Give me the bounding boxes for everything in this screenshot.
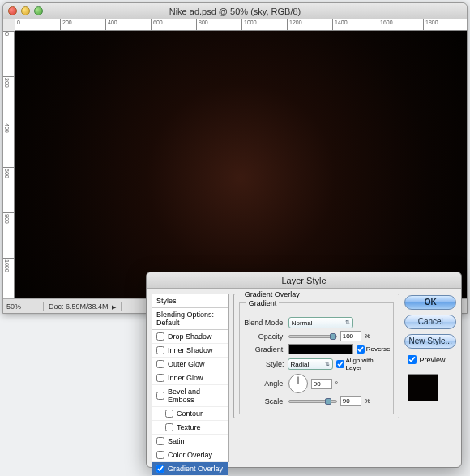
- close-icon[interactable]: [8, 6, 17, 15]
- titlebar[interactable]: Nike ad.psd @ 50% (sky, RGB/8): [3, 3, 467, 19]
- dialog-body: Styles Blending Options: Default Drop Sh…: [147, 289, 461, 467]
- label-scale: Scale:: [243, 397, 285, 405]
- dialog-buttons: OK Cancel New Style... Preview: [404, 294, 456, 462]
- ruler-vertical[interactable]: 02004006008001000: [3, 31, 15, 298]
- new-style-button[interactable]: New Style...: [404, 334, 456, 349]
- ruler-tick: 200: [60, 19, 61, 30]
- row-angle: Angle: °: [243, 374, 391, 393]
- style-gradient-overlay[interactable]: Gradient Overlay: [152, 462, 228, 476]
- doc-info[interactable]: Doc: 6.59M/38.4M ▶: [44, 302, 122, 311]
- gradient-overlay-group: Gradient Overlay Gradient Blend Mode: No…: [233, 294, 400, 418]
- checkbox-label: Align with Layer: [346, 357, 391, 371]
- dialog-title[interactable]: Layer Style: [147, 272, 461, 289]
- ruler-tick: 400: [105, 19, 106, 30]
- ruler-horizontal[interactable]: 020040060080010001200140016001800: [15, 19, 467, 31]
- checkbox[interactable]: [336, 360, 344, 368]
- ruler-tick: 1000: [3, 258, 14, 259]
- chevron-right-icon: ▶: [112, 304, 116, 310]
- checkbox[interactable]: [156, 451, 164, 459]
- opacity-input[interactable]: [340, 331, 361, 341]
- align-checkbox[interactable]: Align with Layer: [336, 357, 391, 371]
- checkbox[interactable]: [156, 332, 164, 341]
- window-title: Nike ad.psd @ 50% (sky, RGB/8): [3, 6, 467, 16]
- cancel-button[interactable]: Cancel: [404, 315, 456, 329]
- chevron-down-icon: ⇅: [345, 319, 350, 326]
- select-value: Normal: [292, 319, 313, 327]
- style-satin[interactable]: Satin: [152, 435, 228, 448]
- style-label: Drop Shadow: [168, 332, 212, 341]
- ok-button[interactable]: OK: [404, 295, 456, 310]
- ruler-tick: 800: [196, 19, 197, 30]
- slider-thumb[interactable]: [330, 333, 336, 340]
- checkbox[interactable]: [156, 360, 164, 368]
- canvas-area[interactable]: [15, 31, 467, 298]
- style-inner-glow[interactable]: Inner Glow: [152, 371, 228, 385]
- style-select[interactable]: Radial ⇅: [288, 358, 333, 370]
- style-texture[interactable]: Texture: [152, 421, 228, 435]
- opacity-slider[interactable]: [288, 335, 337, 338]
- preview-swatch: [408, 374, 438, 401]
- slider-thumb[interactable]: [325, 398, 331, 405]
- checkbox[interactable]: [408, 355, 417, 364]
- checkbox[interactable]: [357, 345, 365, 354]
- scale-slider[interactable]: [288, 400, 337, 403]
- checkbox[interactable]: [156, 437, 164, 445]
- ruler-tick: 0: [15, 19, 15, 30]
- pct-label: %: [365, 397, 370, 405]
- ruler-tick: 1000: [241, 19, 242, 30]
- blending-options[interactable]: Blending Options: Default: [152, 308, 228, 330]
- minimize-icon[interactable]: [21, 6, 30, 15]
- angle-input[interactable]: [311, 379, 332, 389]
- row-style: Style: Radial ⇅ Align with Layer: [243, 357, 391, 371]
- ruler-tick: 400: [3, 122, 14, 122]
- checkbox-label: Reverse: [366, 345, 391, 353]
- select-value: Radial: [291, 361, 310, 368]
- blend-mode-select[interactable]: Normal ⇅: [288, 317, 353, 328]
- document-window: Nike ad.psd @ 50% (sky, RGB/8) 020040060…: [2, 2, 468, 314]
- zoom-icon[interactable]: [34, 6, 43, 15]
- styles-list: Styles Blending Options: Default Drop Sh…: [152, 294, 229, 462]
- chevron-down-icon: ⇅: [325, 361, 330, 367]
- style-contour[interactable]: Contour: [152, 407, 228, 421]
- ruler-tick: 0: [3, 31, 14, 32]
- gradient-picker[interactable]: ▾: [288, 344, 353, 354]
- label-style: Style:: [243, 360, 284, 368]
- style-label: Gradient Overlay: [168, 465, 223, 473]
- ruler-tick: 1400: [332, 19, 333, 30]
- pct-label: %: [365, 332, 370, 340]
- checkbox[interactable]: [156, 346, 164, 354]
- gradient-group: Gradient Blend Mode: Normal ⇅ Opacity: %: [239, 302, 395, 414]
- label-gradient: Gradient:: [243, 345, 285, 354]
- chevron-down-icon: ▾: [348, 345, 351, 352]
- style-inner-shadow[interactable]: Inner Shadow: [152, 344, 228, 358]
- checkbox[interactable]: [156, 392, 164, 400]
- traffic-lights: [8, 6, 43, 15]
- label-blend-mode: Blend Mode:: [243, 319, 285, 327]
- style-drop-shadow[interactable]: Drop Shadow: [152, 330, 228, 344]
- ruler-tick: 200: [3, 76, 14, 77]
- preview-checkbox[interactable]: Preview: [408, 355, 456, 364]
- style-outer-glow[interactable]: Outer Glow: [152, 358, 228, 371]
- style-bevel-emboss[interactable]: Bevel and Emboss: [152, 385, 228, 407]
- style-label: Inner Shadow: [168, 346, 213, 354]
- row-opacity: Opacity: %: [243, 331, 391, 341]
- angle-dial[interactable]: [288, 374, 308, 393]
- label-opacity: Opacity:: [243, 332, 285, 341]
- degree-label: °: [335, 380, 338, 388]
- style-label: Outer Glow: [168, 360, 205, 368]
- style-label: Bevel and Emboss: [168, 388, 224, 404]
- checkbox-label: Preview: [419, 356, 445, 364]
- artwork: [15, 31, 467, 298]
- checkbox[interactable]: [156, 374, 164, 382]
- reverse-checkbox[interactable]: Reverse: [357, 345, 391, 354]
- style-color-overlay[interactable]: Color Overlay: [152, 448, 228, 462]
- checkbox[interactable]: [165, 423, 173, 431]
- layer-style-dialog: Layer Style Styles Blending Options: Def…: [146, 272, 462, 468]
- styles-header[interactable]: Styles: [152, 294, 228, 308]
- ruler-tick: 1800: [423, 19, 424, 30]
- zoom-level[interactable]: 50%: [3, 302, 44, 311]
- checkbox[interactable]: [156, 465, 164, 473]
- style-label: Texture: [177, 423, 201, 431]
- checkbox[interactable]: [165, 410, 173, 418]
- scale-input[interactable]: [340, 396, 361, 406]
